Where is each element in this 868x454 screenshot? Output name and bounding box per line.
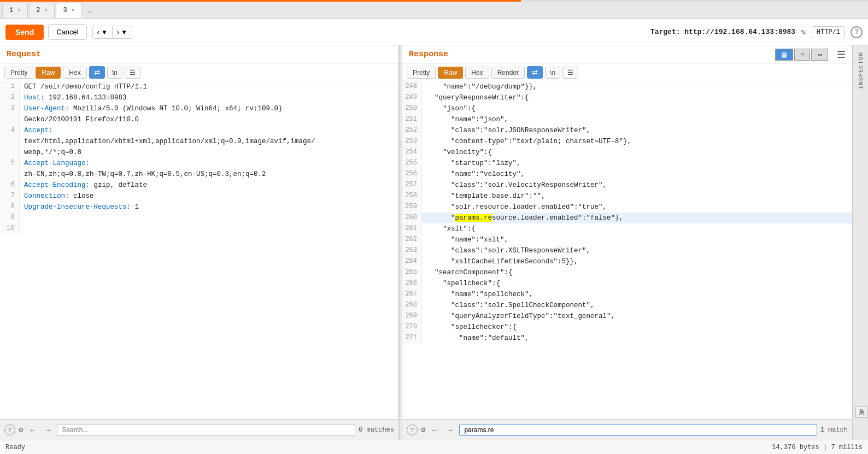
line-content: "startup":"lazy", bbox=[422, 158, 852, 169]
request-line: zh-CN,zh;q=0.8,zh-TW;q=0.7,zh-HK;q=0.5,e… bbox=[0, 169, 398, 180]
line-content: "json":{ bbox=[422, 103, 852, 114]
tab-2[interactable]: 2 × bbox=[29, 3, 55, 18]
request-search-input[interactable] bbox=[57, 424, 355, 436]
response-format-bar: Pretty Raw Hex Render ⇄ \n ☰ bbox=[402, 64, 852, 81]
line-number: 7 bbox=[0, 191, 20, 202]
line-content: "class":"solr.XSLTResponseWriter", bbox=[422, 245, 852, 256]
line-number: 271 bbox=[402, 333, 422, 344]
en-badge[interactable]: 英 bbox=[855, 406, 868, 418]
response-search-input[interactable] bbox=[459, 424, 817, 436]
response-newline-btn[interactable]: \n bbox=[545, 67, 560, 79]
response-search-help[interactable]: ? bbox=[407, 424, 418, 435]
help-icon[interactable]: ? bbox=[851, 26, 863, 38]
response-title: Response bbox=[409, 48, 448, 61]
back-button[interactable]: ‹ ▼ bbox=[92, 26, 113, 39]
view-btn-grid[interactable]: ▦ bbox=[775, 49, 793, 61]
target-url: Target: http://192.168.64.133:8983 bbox=[650, 28, 795, 36]
request-pretty-btn[interactable]: Pretty bbox=[4, 67, 33, 79]
request-menu-btn[interactable]: ☰ bbox=[125, 67, 140, 79]
request-search-prev[interactable]: ← bbox=[26, 424, 38, 435]
response-line: 258 "template.base.dir":"", bbox=[402, 191, 852, 202]
request-search-next[interactable]: → bbox=[42, 424, 54, 435]
request-raw-btn[interactable]: Raw bbox=[36, 67, 61, 79]
target-info: Target: http://192.168.64.133:8983 ✎ HTT… bbox=[650, 26, 863, 38]
line-content: User-Agent: Mozilla/5.0 (Windows NT 10.0… bbox=[20, 103, 398, 114]
response-line: 257 "class":"solr.VelocityResponseWriter… bbox=[402, 180, 852, 191]
main-area: Request Pretty Raw Hex ⇄ \n ☰ 1GET /solr… bbox=[0, 45, 868, 440]
line-number: 255 bbox=[402, 158, 422, 169]
line-number: 1 bbox=[0, 81, 20, 92]
response-line: 262 "name":"xslt", bbox=[402, 234, 852, 245]
response-search-prev[interactable]: ← bbox=[429, 424, 441, 435]
request-line: 7Connection: close bbox=[0, 191, 398, 202]
response-menu-btn[interactable]: ☰ bbox=[837, 49, 846, 61]
response-render-btn[interactable]: Render bbox=[491, 67, 525, 79]
line-content bbox=[20, 213, 398, 223]
request-wordwrap-btn[interactable]: ⇄ bbox=[89, 66, 105, 79]
response-pretty-btn[interactable]: Pretty bbox=[407, 67, 436, 79]
inspector-sidebar[interactable]: INSPECTOR 英 bbox=[853, 45, 868, 440]
tab-1-close[interactable]: × bbox=[17, 8, 21, 14]
request-hex-btn[interactable]: Hex bbox=[63, 67, 86, 79]
response-line: 251 "name":"json", bbox=[402, 114, 852, 125]
response-search-gear[interactable]: ⚙ bbox=[421, 425, 425, 434]
response-line: 265 "searchComponent":{ bbox=[402, 267, 852, 278]
line-number: 6 bbox=[0, 180, 20, 191]
cancel-button[interactable]: Cancel bbox=[48, 24, 86, 40]
line-number: 2 bbox=[0, 92, 20, 103]
response-line: 261 "xslt":{ bbox=[402, 223, 852, 234]
view-btn-tiles[interactable]: ▪▪ bbox=[811, 49, 828, 61]
tab-3[interactable]: 3 × bbox=[56, 3, 81, 18]
response-menu-btn2[interactable]: ☰ bbox=[562, 67, 578, 79]
line-content: GET /solr/demo/config HTTP/1.1 bbox=[20, 81, 398, 92]
tab-3-close[interactable]: × bbox=[72, 8, 75, 14]
response-line: 269 "queryAnalyzerFieldType":"text_gener… bbox=[402, 311, 852, 322]
line-content: "queryAnalyzerFieldType":"text_general", bbox=[422, 311, 852, 322]
response-line: 259 "solr.resource.loader.enabled":"true… bbox=[402, 202, 852, 213]
line-number: 248 bbox=[402, 81, 422, 92]
response-line: 254 "velocity":{ bbox=[402, 147, 852, 158]
request-panel: Request Pretty Raw Hex ⇄ \n ☰ 1GET /solr… bbox=[0, 45, 399, 440]
line-content: "xsltCacheLifetimeSeconds":5}}, bbox=[422, 256, 852, 267]
request-search-gear[interactable]: ⚙ bbox=[19, 425, 23, 434]
request-line: 9 bbox=[0, 213, 398, 223]
line-content: "name":"default", bbox=[422, 333, 852, 344]
response-wordwrap-btn[interactable]: ⇄ bbox=[527, 66, 543, 79]
view-btn-list[interactable]: ≡ bbox=[794, 49, 810, 61]
line-number bbox=[0, 147, 20, 158]
response-search-next[interactable]: → bbox=[444, 424, 456, 435]
line-content: "spellchecker":{ bbox=[422, 322, 852, 333]
line-content: "name":"/debug/dump"}}, bbox=[422, 81, 852, 92]
line-content: "content-type":"text/plain; charset=UTF-… bbox=[422, 136, 852, 147]
request-code-area[interactable]: 1GET /solr/demo/config HTTP/1.12Host: 19… bbox=[0, 81, 398, 419]
tab-2-close[interactable]: × bbox=[44, 8, 48, 14]
request-newline-btn[interactable]: \n bbox=[107, 67, 122, 79]
edit-icon[interactable]: ✎ bbox=[801, 27, 806, 38]
line-content: "searchComponent":{ bbox=[422, 267, 852, 278]
line-number: 259 bbox=[402, 202, 422, 213]
tab-more[interactable]: … bbox=[83, 6, 96, 15]
line-content: "class":"solr.VelocityResponseWriter", bbox=[422, 180, 852, 191]
line-content: text/html,application/xhtml+xml,applicat… bbox=[20, 136, 398, 147]
line-content: webp,*/*;q=0.8 bbox=[20, 147, 398, 158]
line-number: 9 bbox=[0, 213, 20, 223]
response-line: 264 "xsltCacheLifetimeSeconds":5}}, bbox=[402, 256, 852, 267]
forward-button[interactable]: › ▼ bbox=[113, 26, 132, 39]
tab-1[interactable]: 1 × bbox=[2, 3, 28, 18]
http-version[interactable]: HTTP/1 bbox=[812, 26, 845, 38]
view-buttons: ▦ ≡ ▪▪ bbox=[775, 49, 828, 61]
response-hex-btn[interactable]: Hex bbox=[465, 67, 489, 79]
line-number: 5 bbox=[0, 158, 20, 169]
line-number: 251 bbox=[402, 114, 422, 125]
request-search-help[interactable]: ? bbox=[4, 424, 15, 435]
line-content: zh-CN,zh;q=0.8,zh-TW;q=0.7,zh-HK;q=0.5,e… bbox=[20, 169, 398, 180]
send-button[interactable]: Send bbox=[5, 25, 44, 40]
request-line: 5Accept-Language: bbox=[0, 158, 398, 169]
line-content: "name":"spellcheck", bbox=[422, 289, 852, 300]
response-raw-btn[interactable]: Raw bbox=[438, 67, 463, 79]
line-content: "class":"solr.SpellCheckComponent", bbox=[422, 300, 852, 311]
response-code-area[interactable]: 248 "name":"/debug/dump"}},249 "queryRes… bbox=[402, 81, 852, 419]
line-content: "name":"velocity", bbox=[422, 169, 852, 180]
request-line: 1GET /solr/demo/config HTTP/1.1 bbox=[0, 81, 398, 92]
request-line: 8Upgrade-Insecure-Requests: 1 bbox=[0, 202, 398, 213]
